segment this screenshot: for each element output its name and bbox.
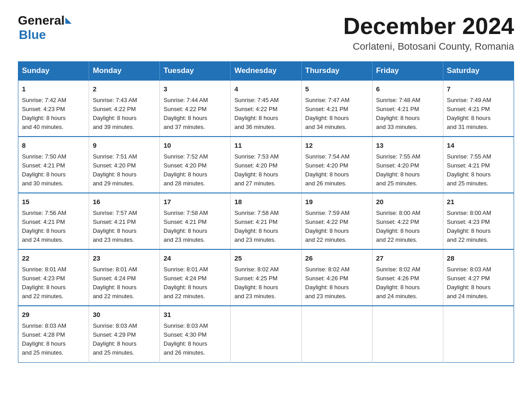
day-info: Sunrise: 7:44 AMSunset: 4:22 PMDaylight:… — [163, 96, 227, 132]
day-number: 18 — [234, 197, 297, 207]
table-row: 24Sunrise: 8:01 AMSunset: 4:24 PMDayligh… — [160, 249, 231, 306]
logo: General Blue — [18, 13, 73, 42]
day-info: Sunrise: 7:45 AMSunset: 4:22 PMDaylight:… — [234, 96, 297, 132]
day-number: 22 — [22, 253, 85, 264]
logo-general-text: General — [18, 13, 64, 28]
calendar-week-row: 22Sunrise: 8:01 AMSunset: 4:23 PMDayligh… — [18, 249, 514, 306]
table-row: 31Sunrise: 8:03 AMSunset: 4:30 PMDayligh… — [160, 306, 231, 362]
day-number: 28 — [447, 253, 510, 264]
day-number: 25 — [234, 253, 297, 264]
logo-triangle-icon — [65, 17, 72, 24]
day-info: Sunrise: 7:55 AMSunset: 4:21 PMDaylight:… — [447, 152, 510, 188]
calendar-week-row: 29Sunrise: 8:03 AMSunset: 4:28 PMDayligh… — [18, 306, 514, 362]
day-info: Sunrise: 7:59 AMSunset: 4:22 PMDaylight:… — [305, 209, 369, 245]
day-number: 30 — [93, 310, 156, 320]
table-row: 9Sunrise: 7:51 AMSunset: 4:20 PMDaylight… — [89, 137, 160, 193]
table-row: 8Sunrise: 7:50 AMSunset: 4:21 PMDaylight… — [18, 137, 89, 193]
table-row: 20Sunrise: 8:00 AMSunset: 4:22 PMDayligh… — [372, 193, 443, 249]
table-row: 23Sunrise: 8:01 AMSunset: 4:24 PMDayligh… — [89, 249, 160, 306]
calendar-header-row: Sunday Monday Tuesday Wednesday Thursday… — [18, 62, 514, 81]
logo-text: General — [18, 13, 73, 28]
day-info: Sunrise: 7:49 AMSunset: 4:21 PMDaylight:… — [447, 96, 510, 132]
day-info: Sunrise: 8:00 AMSunset: 4:23 PMDaylight:… — [447, 209, 510, 245]
table-row: 25Sunrise: 8:02 AMSunset: 4:25 PMDayligh… — [231, 249, 301, 306]
day-info: Sunrise: 7:56 AMSunset: 4:21 PMDaylight:… — [22, 209, 85, 245]
day-info: Sunrise: 7:48 AMSunset: 4:21 PMDaylight:… — [376, 96, 439, 132]
table-row — [443, 306, 514, 362]
table-row: 6Sunrise: 7:48 AMSunset: 4:21 PMDaylight… — [372, 80, 443, 137]
table-row: 13Sunrise: 7:55 AMSunset: 4:20 PMDayligh… — [372, 137, 443, 193]
page-header: General Blue December 2024 Corlateni, Bo… — [18, 13, 514, 52]
col-header-monday: Monday — [89, 62, 160, 81]
day-info: Sunrise: 7:58 AMSunset: 4:21 PMDaylight:… — [163, 209, 227, 245]
day-info: Sunrise: 8:03 AMSunset: 4:29 PMDaylight:… — [93, 321, 156, 358]
col-header-wednesday: Wednesday — [231, 62, 301, 81]
day-info: Sunrise: 8:01 AMSunset: 4:23 PMDaylight:… — [22, 265, 85, 301]
day-info: Sunrise: 8:02 AMSunset: 4:26 PMDaylight:… — [305, 265, 369, 301]
day-number: 12 — [305, 141, 369, 151]
day-number: 4 — [234, 84, 297, 94]
day-number: 23 — [93, 253, 156, 264]
table-row: 18Sunrise: 7:58 AMSunset: 4:21 PMDayligh… — [231, 193, 301, 249]
day-number: 14 — [447, 141, 510, 151]
day-info: Sunrise: 8:01 AMSunset: 4:24 PMDaylight:… — [163, 265, 227, 301]
table-row: 22Sunrise: 8:01 AMSunset: 4:23 PMDayligh… — [18, 249, 89, 306]
day-info: Sunrise: 7:54 AMSunset: 4:20 PMDaylight:… — [305, 152, 369, 188]
table-row — [301, 306, 372, 362]
day-info: Sunrise: 7:51 AMSunset: 4:20 PMDaylight:… — [93, 152, 156, 188]
table-row: 1Sunrise: 7:42 AMSunset: 4:23 PMDaylight… — [18, 80, 89, 137]
calendar-subtitle: Corlateni, Botosani County, Romania — [343, 41, 514, 52]
day-info: Sunrise: 8:00 AMSunset: 4:22 PMDaylight:… — [376, 209, 439, 245]
day-number: 10 — [163, 141, 227, 151]
col-header-sunday: Sunday — [18, 62, 89, 81]
table-row: 27Sunrise: 8:02 AMSunset: 4:26 PMDayligh… — [372, 249, 443, 306]
day-info: Sunrise: 8:02 AMSunset: 4:26 PMDaylight:… — [376, 265, 439, 301]
table-row: 17Sunrise: 7:58 AMSunset: 4:21 PMDayligh… — [160, 193, 231, 249]
day-info: Sunrise: 8:03 AMSunset: 4:30 PMDaylight:… — [163, 321, 227, 358]
calendar-title: December 2024 — [343, 13, 514, 39]
day-info: Sunrise: 8:01 AMSunset: 4:24 PMDaylight:… — [93, 265, 156, 301]
day-number: 17 — [163, 197, 227, 207]
day-number: 1 — [22, 84, 85, 94]
table-row: 19Sunrise: 7:59 AMSunset: 4:22 PMDayligh… — [301, 193, 372, 249]
calendar-week-row: 8Sunrise: 7:50 AMSunset: 4:21 PMDaylight… — [18, 137, 514, 193]
day-info: Sunrise: 7:47 AMSunset: 4:21 PMDaylight:… — [305, 96, 369, 132]
table-row: 4Sunrise: 7:45 AMSunset: 4:22 PMDaylight… — [231, 80, 301, 137]
calendar-table: Sunday Monday Tuesday Wednesday Thursday… — [18, 61, 514, 362]
day-number: 20 — [376, 197, 439, 207]
day-info: Sunrise: 7:42 AMSunset: 4:23 PMDaylight:… — [22, 96, 85, 132]
day-number: 2 — [93, 84, 156, 94]
logo-blue-text: Blue — [19, 28, 46, 42]
day-number: 9 — [93, 141, 156, 151]
table-row: 26Sunrise: 8:02 AMSunset: 4:26 PMDayligh… — [301, 249, 372, 306]
table-row: 15Sunrise: 7:56 AMSunset: 4:21 PMDayligh… — [18, 193, 89, 249]
table-row: 12Sunrise: 7:54 AMSunset: 4:20 PMDayligh… — [301, 137, 372, 193]
day-info: Sunrise: 8:02 AMSunset: 4:25 PMDaylight:… — [234, 265, 297, 301]
day-number: 26 — [305, 253, 369, 264]
col-header-friday: Friday — [372, 62, 443, 81]
day-number: 13 — [376, 141, 439, 151]
day-number: 31 — [163, 310, 227, 320]
table-row: 11Sunrise: 7:53 AMSunset: 4:20 PMDayligh… — [231, 137, 301, 193]
day-number: 15 — [22, 197, 85, 207]
calendar-week-row: 1Sunrise: 7:42 AMSunset: 4:23 PMDaylight… — [18, 80, 514, 137]
day-number: 11 — [234, 141, 297, 151]
day-number: 3 — [163, 84, 227, 94]
table-row — [372, 306, 443, 362]
table-row: 5Sunrise: 7:47 AMSunset: 4:21 PMDaylight… — [301, 80, 372, 137]
day-number: 24 — [163, 253, 227, 264]
day-number: 8 — [22, 141, 85, 151]
title-area: December 2024 Corlateni, Botosani County… — [343, 13, 514, 52]
day-number: 5 — [305, 84, 369, 94]
col-header-thursday: Thursday — [301, 62, 372, 81]
day-number: 29 — [22, 310, 85, 320]
col-header-tuesday: Tuesday — [160, 62, 231, 81]
calendar-week-row: 15Sunrise: 7:56 AMSunset: 4:21 PMDayligh… — [18, 193, 514, 249]
table-row: 14Sunrise: 7:55 AMSunset: 4:21 PMDayligh… — [443, 137, 514, 193]
day-info: Sunrise: 7:50 AMSunset: 4:21 PMDaylight:… — [22, 152, 85, 188]
day-number: 16 — [93, 197, 156, 207]
table-row: 16Sunrise: 7:57 AMSunset: 4:21 PMDayligh… — [89, 193, 160, 249]
day-number: 7 — [447, 84, 510, 94]
day-number: 27 — [376, 253, 439, 264]
day-info: Sunrise: 7:57 AMSunset: 4:21 PMDaylight:… — [93, 209, 156, 245]
